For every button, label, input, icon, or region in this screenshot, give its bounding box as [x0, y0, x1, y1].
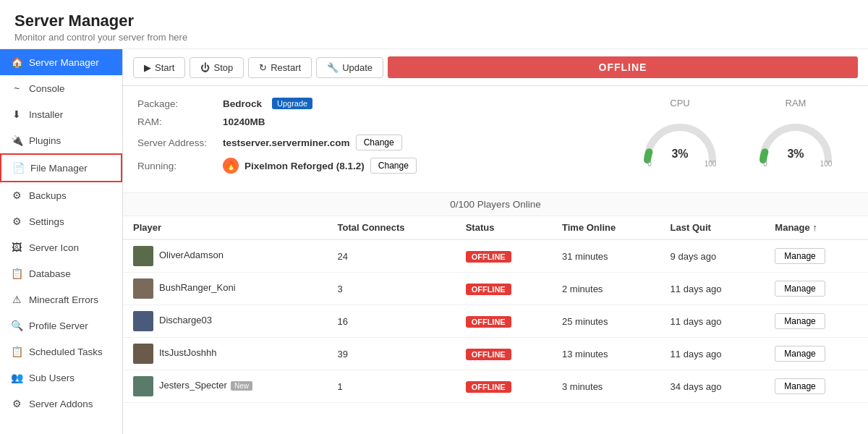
player-name: Discharge03 [159, 315, 212, 326]
player-name-cell: Jesters_SpecterNew [123, 370, 328, 403]
running-row: Running: 🔥 Pixelmon Reforged (8.1.2) Cha… [137, 158, 608, 174]
player-name-cell: ItsJustJoshhh [123, 338, 328, 370]
server-manager-icon: 🏠 [10, 56, 23, 69]
sort-icon: ↑ [810, 222, 817, 233]
sidebar-item-server-manager[interactable]: 🏠Server Manager [0, 49, 122, 75]
player-name: BushRanger_Koni [159, 282, 236, 293]
svg-text:3%: 3% [671, 148, 688, 160]
manage-button[interactable]: Manage [775, 378, 825, 394]
manage-button[interactable]: Manage [775, 248, 825, 264]
status-badge: OFFLINE [388, 56, 858, 78]
sidebar-item-label: Minecraft Errors [29, 294, 98, 305]
ram-gauge: RAM 3% 0 100 [752, 98, 839, 167]
sub-users-icon: 👥 [10, 371, 23, 384]
file-manager-icon: 📄 [12, 161, 25, 174]
backups-icon: ⚙ [10, 189, 23, 202]
player-time-online: 25 minutes [552, 305, 660, 338]
sidebar-item-settings[interactable]: ⚙Settings [0, 208, 122, 234]
manage-button[interactable]: Manage [775, 346, 825, 362]
sidebar-item-server-icon[interactable]: 🖼Server Icon [0, 234, 122, 260]
start-button[interactable]: ▶ Start [133, 57, 185, 78]
player-time-online: 13 minutes [552, 338, 660, 370]
sidebar-item-plugins[interactable]: 🔌Plugins [0, 127, 122, 153]
svg-text:100: 100 [820, 160, 833, 168]
table-row: BushRanger_Koni3OFFLINE2 minutes11 days … [123, 273, 868, 305]
player-time-online: 2 minutes [552, 273, 660, 305]
player-avatar [133, 376, 153, 396]
server-icon-icon: 🖼 [10, 241, 23, 254]
scheduled-tasks-icon: 📋 [10, 345, 23, 358]
play-icon: ▶ [144, 62, 151, 73]
player-manage-cell: Manage [765, 273, 868, 305]
col-header-player: Player [123, 216, 328, 239]
player-avatar [133, 278, 153, 299]
sidebar-item-label: Server Addons [29, 399, 93, 409]
sidebar-item-sub-users[interactable]: 👥Sub Users [0, 365, 122, 391]
sidebar-item-label: Settings [29, 216, 64, 227]
player-name-cell: Discharge03 [123, 305, 328, 338]
manage-button[interactable]: Manage [775, 313, 825, 329]
table-row: Jesters_SpecterNew1OFFLINE3 minutes34 da… [123, 370, 868, 403]
players-table-wrapper[interactable]: PlayerTotal ConnectsStatusTime OnlineLas… [123, 216, 868, 434]
stop-icon: ⏻ [200, 62, 210, 73]
update-button[interactable]: 🔧 Update [316, 57, 383, 78]
col-header-status: Status [456, 216, 552, 239]
console-icon: ~ [10, 82, 23, 95]
player-name: Jesters_Specter [159, 380, 227, 391]
player-name: ItsJustJoshhh [159, 347, 217, 358]
sidebar-item-scheduled-tasks[interactable]: 📋Scheduled Tasks [0, 339, 122, 365]
sidebar-item-backups[interactable]: ⚙Backups [0, 182, 122, 208]
sidebar-item-console[interactable]: ~Console [0, 75, 122, 101]
player-status: OFFLINE [456, 239, 552, 273]
col-header-manage: Manage ↑ [765, 216, 868, 239]
status-badge: OFFLINE [466, 381, 511, 393]
player-name: OliverAdamson [159, 250, 224, 260]
status-badge: OFFLINE [466, 349, 511, 360]
upgrade-badge[interactable]: Upgrade [272, 98, 312, 109]
sidebar-item-profile-server[interactable]: 🔍Profile Server [0, 312, 122, 339]
player-avatar [133, 311, 153, 331]
gauges-container: CPU 3% 0 100 RAM [622, 98, 854, 167]
table-header-row: PlayerTotal ConnectsStatusTime OnlineLas… [123, 216, 868, 239]
package-row: Package: Bedrock Upgrade [137, 98, 608, 109]
player-name-cell: OliverAdamson [123, 239, 328, 273]
change-address-button[interactable]: Change [356, 135, 402, 150]
player-last-quit: 11 days ago [660, 338, 765, 370]
player-last-quit: 11 days ago [660, 273, 765, 305]
server-icon: 🔥 [223, 158, 239, 174]
sidebar-item-label: Server Manager [29, 57, 99, 68]
new-badge: New [231, 381, 252, 391]
address-row: Server Address: testserver.serverminer.c… [137, 135, 608, 150]
status-badge: OFFLINE [466, 316, 511, 328]
sidebar-item-label: Database [29, 268, 71, 279]
status-badge: OFFLINE [466, 251, 511, 263]
cpu-gauge: CPU 3% 0 100 [637, 98, 723, 167]
restart-button[interactable]: ↻ Restart [248, 57, 312, 78]
players-table: PlayerTotal ConnectsStatusTime OnlineLas… [123, 216, 868, 403]
sidebar-item-minecraft-errors[interactable]: ⚠Minecraft Errors [0, 286, 122, 312]
info-panel: Package: Bedrock Upgrade RAM: 10240MB Se… [123, 86, 868, 193]
sidebar-item-file-manager[interactable]: 📄File Manager [0, 153, 122, 182]
manage-button[interactable]: Manage [775, 281, 825, 297]
page-header: Server Manager Monitor and control your … [0, 0, 868, 49]
col-header-time-online: Time Online [552, 216, 660, 239]
players-section: 0/100 Players Online PlayerTotal Connect… [123, 193, 868, 434]
sidebar-item-database[interactable]: 📋Database [0, 260, 122, 286]
player-time-online: 31 minutes [552, 239, 660, 273]
sidebar-item-label: Backups [29, 190, 67, 201]
sidebar-item-label: Sub Users [29, 373, 75, 383]
stop-button[interactable]: ⏻ Stop [190, 57, 244, 78]
player-avatar [133, 344, 153, 364]
sidebar-item-installer[interactable]: ⬇Installer [0, 101, 122, 127]
sidebar-item-server-addons[interactable]: ⚙Server Addons [0, 391, 122, 417]
player-status: OFFLINE [456, 370, 552, 403]
change-running-button[interactable]: Change [370, 158, 417, 174]
settings-icon: ⚙ [10, 215, 23, 228]
player-manage-cell: Manage [765, 338, 868, 370]
player-time-online: 3 minutes [552, 370, 660, 403]
wrench-icon: 🔧 [327, 62, 339, 73]
svg-text:0: 0 [647, 160, 652, 168]
player-status: OFFLINE [456, 305, 552, 338]
installer-icon: ⬇ [10, 108, 23, 121]
sidebar-item-label: Installer [29, 109, 63, 120]
